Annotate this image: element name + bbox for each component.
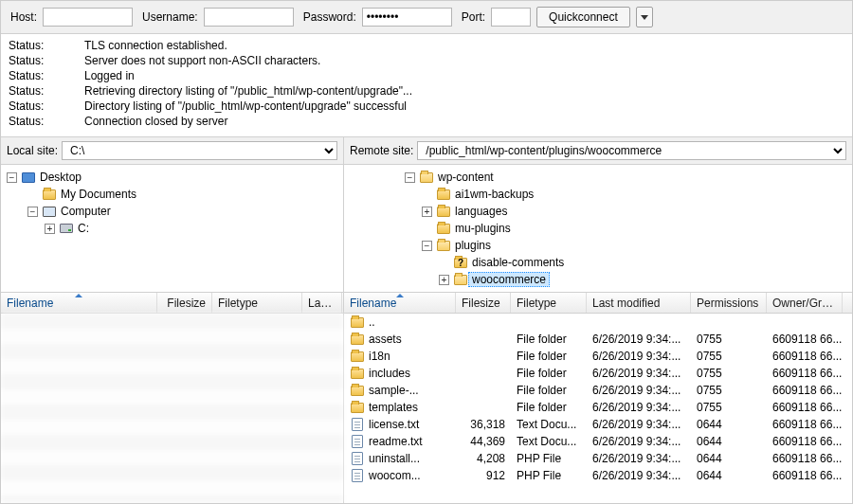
log-label: Status:: [9, 99, 84, 114]
tree-label: C:: [78, 222, 89, 235]
col-lastmod[interactable]: Last m: [302, 293, 342, 313]
file-row-parent[interactable]: ..: [344, 314, 852, 331]
file-permissions: 0755: [697, 401, 722, 414]
local-tree[interactable]: − Desktop My Documents − Computer + C:: [1, 165, 344, 292]
file-name: i18n: [369, 350, 390, 363]
username-label: Username:: [142, 10, 198, 24]
port-input[interactable]: [491, 8, 531, 27]
col-filesize[interactable]: Filesize: [456, 293, 511, 313]
file-type: Text Docu...: [517, 418, 576, 431]
file-owner: 6609118 66...: [772, 333, 842, 346]
log-label: Status:: [9, 38, 84, 53]
file-permissions: 0644: [697, 418, 722, 431]
collapse-icon[interactable]: −: [7, 172, 17, 183]
log-label: Status:: [9, 114, 84, 129]
tree-item-wp-content[interactable]: − wp-content: [350, 169, 846, 186]
file-type: File folder: [517, 350, 567, 363]
tree-item-ai1wm[interactable]: ai1wm-backups: [350, 186, 846, 203]
password-input[interactable]: [362, 8, 452, 27]
local-file-list[interactable]: [1, 314, 343, 503]
file-owner: 6609118 66...: [772, 384, 842, 397]
col-filetype[interactable]: Filetype: [212, 293, 302, 313]
file-type: PHP File: [517, 452, 561, 465]
tree-item-drive-c[interactable]: + C:: [7, 220, 337, 237]
folder-icon: [351, 369, 364, 379]
remote-file-pane: Filename Filesize Filetype Last modified…: [344, 293, 852, 503]
remote-tree[interactable]: − wp-content ai1wm-backups + languages m…: [344, 165, 852, 292]
folder-icon: [351, 386, 364, 396]
tree-item-desktop[interactable]: − Desktop: [7, 169, 337, 186]
expand-icon[interactable]: +: [422, 207, 432, 217]
host-input[interactable]: [43, 8, 133, 27]
quickconnect-button[interactable]: Quickconnect: [536, 7, 630, 27]
file-row[interactable]: woocom...912PHP File6/26/2019 9:34:...06…: [344, 467, 852, 484]
file-row[interactable]: templatesFile folder6/26/2019 9:34:...07…: [344, 399, 852, 416]
tree-label: wp-content: [438, 171, 494, 184]
file-modified: 6/26/2019 9:34:...: [592, 401, 681, 414]
local-site-path-select[interactable]: C:\: [62, 141, 337, 160]
remote-file-list[interactable]: .. assetsFile folder6/26/2019 9:34:...07…: [344, 314, 852, 503]
collapse-icon[interactable]: −: [405, 172, 415, 183]
expand-icon[interactable]: +: [439, 275, 449, 285]
file-row[interactable]: sample-...File folder6/26/2019 9:34:...0…: [344, 382, 852, 399]
local-file-pane: Filename Filesize Filetype Last m: [1, 293, 344, 503]
col-permissions[interactable]: Permissions: [691, 293, 767, 313]
folder-icon: [437, 189, 450, 200]
file-name: readme.txt: [369, 435, 423, 448]
file-size: 36,318: [470, 418, 505, 431]
file-row[interactable]: readme.txt44,369Text Docu...6/26/2019 9:…: [344, 433, 852, 450]
tree-item-languages[interactable]: + languages: [350, 203, 846, 220]
folder-icon: [437, 207, 450, 217]
file-size: 912: [486, 469, 505, 482]
file-owner: 6609118 66...: [772, 350, 842, 363]
col-filename[interactable]: Filename: [344, 293, 456, 313]
tree-label: mu-plugins: [455, 222, 511, 235]
file-row[interactable]: includesFile folder6/26/2019 9:34:...075…: [344, 365, 852, 382]
log-message: Connection closed by server: [84, 114, 227, 129]
col-filesize[interactable]: Filesize: [157, 293, 212, 313]
col-filetype[interactable]: Filetype: [511, 293, 587, 313]
log-message: TLS connection established.: [84, 38, 227, 53]
file-type: PHP File: [517, 469, 561, 482]
col-owner[interactable]: Owner/Gro...: [767, 293, 843, 313]
log-message: Directory listing of "/public_html/wp-co…: [84, 99, 407, 114]
file-row[interactable]: license.txt36,318Text Docu...6/26/2019 9…: [344, 416, 852, 433]
log-message: Server does not support non-ASCII charac…: [84, 53, 320, 68]
log-panel: Status:TLS connection established.Status…: [1, 34, 852, 137]
folder-icon: [351, 351, 364, 362]
log-label: Status:: [9, 53, 84, 68]
quickconnect-history-dropdown[interactable]: [636, 7, 653, 27]
tree-item-plugins[interactable]: − plugins: [350, 237, 846, 254]
file-size: 44,369: [470, 435, 505, 448]
file-permissions: 0644: [697, 469, 722, 482]
file-icon: [352, 418, 363, 431]
tree-item-disable-comments[interactable]: disable-comments: [350, 254, 846, 271]
expand-icon[interactable]: +: [45, 224, 55, 234]
collapse-icon[interactable]: −: [422, 241, 432, 251]
file-row[interactable]: assetsFile folder6/26/2019 9:34:...07556…: [344, 331, 852, 348]
tree-item-computer[interactable]: − Computer: [7, 203, 337, 220]
computer-icon: [43, 207, 56, 217]
file-row[interactable]: i18nFile folder6/26/2019 9:34:...0755660…: [344, 348, 852, 365]
remote-site-path-select[interactable]: /public_html/wp-content/plugins/woocomme…: [417, 141, 846, 160]
tree-label: disable-comments: [472, 256, 564, 269]
username-input[interactable]: [204, 8, 294, 27]
collapse-icon[interactable]: −: [27, 207, 38, 217]
file-icon: [352, 469, 363, 482]
tree-item-mu-plugins[interactable]: mu-plugins: [350, 220, 846, 237]
file-permissions: 0755: [697, 384, 722, 397]
file-permissions: 0644: [697, 435, 722, 448]
tree-label-selected: woocommerce: [468, 272, 550, 287]
log-label: Status:: [9, 83, 84, 99]
col-filename[interactable]: Filename: [1, 293, 157, 313]
tree-item-woocommerce[interactable]: + woocommerce: [350, 271, 846, 288]
file-type: File folder: [517, 333, 567, 346]
remote-site-label: Remote site:: [350, 144, 413, 157]
col-lastmod[interactable]: Last modified: [587, 293, 691, 313]
tree-item-documents[interactable]: My Documents: [7, 186, 337, 203]
file-name: templates: [369, 401, 418, 414]
chevron-down-icon: [641, 15, 648, 20]
file-modified: 6/26/2019 9:34:...: [592, 418, 681, 431]
file-row[interactable]: uninstall...4,208PHP File6/26/2019 9:34:…: [344, 450, 852, 467]
file-modified: 6/26/2019 9:34:...: [592, 435, 681, 448]
